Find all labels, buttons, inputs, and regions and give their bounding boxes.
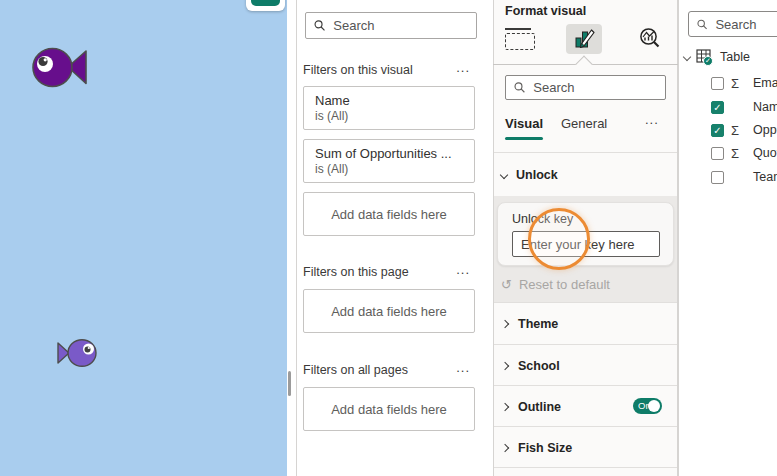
tabs-divider (494, 152, 677, 153)
reset-to-default-button[interactable]: ↺ Reset to default (501, 277, 610, 292)
checkbox-unchecked[interactable] (711, 171, 724, 184)
field-row-opportunities: ✓ Σ Opportunities (679, 122, 777, 138)
filter-condition: is (All) (315, 109, 463, 124)
report-canvas[interactable] (0, 0, 287, 476)
sigma-icon: Σ (731, 146, 739, 161)
data-search-box[interactable] (688, 11, 777, 37)
fish-size-card-label: Fish Size (518, 441, 572, 455)
unlock-key-label: Unlock key (512, 212, 573, 226)
field-row-email: Σ Email (679, 75, 777, 91)
format-search-box[interactable] (505, 75, 666, 100)
checkbox-unchecked[interactable] (711, 147, 724, 160)
field-label[interactable]: Quota (753, 146, 777, 160)
field-label[interactable]: Team (753, 170, 777, 184)
reset-label: Reset to default (519, 277, 610, 292)
add-data-fields-dropzone-page[interactable]: Add data fields here (303, 289, 475, 333)
large-fish[interactable] (28, 44, 90, 90)
search-icon (314, 19, 325, 32)
canvas-scrollbar-thumb[interactable] (288, 371, 291, 396)
chevron-right-icon (501, 402, 509, 410)
field-label[interactable]: Name (753, 100, 777, 114)
filters-visual-more-button[interactable]: ... (456, 60, 470, 75)
table-icon: ✓ (696, 49, 714, 65)
table-checked-badge: ✓ (703, 56, 713, 66)
filters-all-pages-more-button[interactable]: ... (456, 360, 470, 375)
add-data-fields-dropzone-all-pages[interactable]: Add data fields here (303, 387, 475, 431)
section-divider (494, 467, 677, 468)
search-icon (514, 81, 525, 94)
field-label[interactable]: Email (753, 76, 777, 90)
format-visual-title: Format visual (505, 4, 586, 18)
format-card-school[interactable]: School (494, 345, 677, 386)
build-visual-icon[interactable] (502, 24, 538, 54)
add-data-fields-dropzone-visual[interactable]: Add data fields here (303, 192, 475, 236)
unlock-key-input[interactable] (512, 231, 660, 257)
school-card-label: School (518, 359, 560, 373)
checkbox-checked[interactable]: ✓ (711, 101, 724, 114)
format-search-input[interactable] (533, 80, 657, 95)
filters-on-this-page-label: Filters on this page (303, 265, 409, 279)
unlock-card-region: Unlock key ↺ Reset to default (494, 196, 677, 302)
field-row-name: ✓ Name (679, 99, 777, 115)
unlock-section-header[interactable]: Unlock (501, 168, 558, 182)
visual-header-toolbar[interactable] (246, 0, 285, 11)
unlock-key-card: Unlock key (497, 202, 674, 266)
table-tree-item[interactable]: ✓ Table (684, 49, 750, 65)
sigma-icon: Σ (731, 123, 739, 138)
format-tabs-more-button[interactable]: ... (645, 112, 659, 127)
analytics-icon[interactable] (632, 24, 668, 54)
filter-card-opportunities[interactable]: Sum of Opportunities ... is (All) (303, 139, 475, 183)
chevron-right-icon (501, 361, 509, 369)
field-row-team: Team (679, 169, 777, 185)
visual-header-pill[interactable] (251, 0, 280, 6)
format-card-theme[interactable]: Theme (494, 303, 677, 344)
filters-on-all-pages-label: Filters on all pages (303, 363, 408, 377)
magnifier-chart-icon (638, 27, 662, 51)
small-fish[interactable] (54, 336, 106, 370)
filter-field-name: Sum of Opportunities ... (315, 145, 463, 162)
data-pane-left-divider (678, 0, 679, 476)
reset-icon: ↺ (501, 277, 512, 292)
chevron-right-icon (501, 443, 509, 451)
unlock-section-label: Unlock (516, 168, 558, 182)
filter-field-name: Name (315, 92, 463, 109)
tab-visual[interactable]: Visual (505, 116, 543, 131)
field-label[interactable]: Opportunities (753, 123, 777, 137)
chevron-right-icon (501, 319, 509, 327)
filters-search-box[interactable] (305, 12, 477, 39)
theme-card-label: Theme (518, 317, 558, 331)
filters-on-this-visual-label: Filters on this visual (303, 63, 413, 77)
filters-page-more-button[interactable]: ... (456, 262, 470, 277)
paintbrush-chart-icon (573, 28, 595, 50)
data-search-input[interactable] (715, 17, 777, 32)
checkbox-unchecked[interactable] (711, 77, 724, 90)
filters-pane: Filters on this visual ... Name is (All)… (297, 0, 480, 476)
format-card-fish-size[interactable]: Fish Size (494, 427, 677, 468)
data-pane (679, 0, 777, 476)
sigma-icon: Σ (731, 76, 739, 91)
format-visual-icon[interactable] (566, 24, 602, 54)
filter-condition: is (All) (315, 162, 463, 177)
tab-general[interactable]: General (561, 116, 607, 131)
outline-toggle-on[interactable]: On (633, 398, 662, 414)
chevron-down-icon (500, 171, 508, 179)
toggle-knob (648, 400, 660, 412)
filters-search-input[interactable] (333, 18, 468, 33)
active-tab-underline (505, 137, 543, 140)
table-name: Table (720, 50, 750, 64)
checkbox-checked[interactable]: ✓ (711, 124, 724, 137)
filter-card-name[interactable]: Name is (All) (303, 86, 475, 130)
search-icon (697, 18, 707, 31)
outline-card-label: Outline (518, 400, 561, 414)
chevron-down-icon (683, 53, 691, 61)
field-row-quota: Σ Quota (679, 145, 777, 161)
